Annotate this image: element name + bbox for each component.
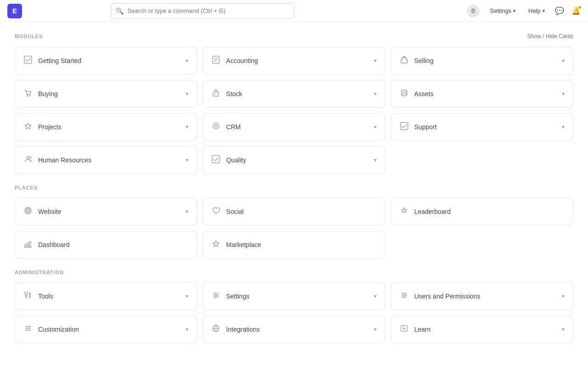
social-icon bbox=[211, 207, 220, 217]
users-permissions-chevron: ▾ bbox=[562, 293, 565, 299]
modules-row-1: Getting Started ▾ Accounting ▾ bbox=[15, 47, 573, 75]
svg-point-36 bbox=[215, 293, 216, 294]
stock-chevron: ▾ bbox=[374, 91, 377, 97]
card-assets[interactable]: Assets ▾ bbox=[391, 80, 573, 108]
support-label: Support bbox=[414, 123, 437, 131]
projects-chevron: ▾ bbox=[186, 124, 188, 130]
human-resources-chevron: ▾ bbox=[186, 157, 188, 163]
card-support[interactable]: Support ▾ bbox=[391, 113, 573, 141]
card-buying[interactable]: Buying ▾ bbox=[15, 80, 197, 108]
dashboard-icon bbox=[23, 240, 33, 250]
card-tools[interactable]: Tools ▾ bbox=[15, 282, 197, 310]
card-integrations[interactable]: Integrations ▾ bbox=[203, 316, 385, 343]
show-hide-cards-link[interactable]: Show / Hide Cards bbox=[527, 33, 573, 40]
svg-point-15 bbox=[29, 156, 31, 158]
support-chevron: ▾ bbox=[562, 124, 565, 130]
settings-chevron: ▾ bbox=[374, 293, 377, 299]
logo-button[interactable]: E bbox=[7, 4, 22, 18]
integrations-label: Integrations bbox=[226, 326, 260, 333]
leaderboard-label: Leaderboard bbox=[414, 208, 451, 215]
marketplace-label: Marketplace bbox=[226, 241, 261, 248]
administration-section-label: ADMINISTRATION bbox=[15, 270, 573, 275]
svg-point-42 bbox=[402, 293, 404, 294]
card-human-resources[interactable]: Human Resources ▾ bbox=[15, 146, 197, 174]
selling-chevron: ▾ bbox=[562, 58, 565, 64]
search-bar: 🔍 bbox=[111, 3, 294, 19]
projects-label: Projects bbox=[38, 123, 62, 131]
modules-row-3: Projects ▾ CRM ▾ Support bbox=[15, 113, 573, 141]
selling-label: Selling bbox=[414, 57, 434, 64]
users-permissions-icon bbox=[400, 291, 409, 302]
crm-label: CRM bbox=[226, 123, 241, 131]
card-quality[interactable]: Quality ▾ bbox=[203, 146, 385, 174]
card-users-permissions[interactable]: Users and Permissions ▾ bbox=[391, 282, 573, 310]
svg-point-6 bbox=[29, 95, 30, 96]
assets-icon bbox=[400, 89, 409, 99]
learn-label: Learn bbox=[414, 326, 431, 333]
card-marketplace[interactable]: Marketplace bbox=[203, 231, 385, 259]
modules-section-label: MODULES Show / Hide Cards bbox=[15, 33, 573, 40]
learn-icon bbox=[400, 324, 409, 335]
card-leaderboard[interactable]: Leaderboard bbox=[391, 198, 573, 225]
modules-section: MODULES Show / Hide Cards Getting Starte… bbox=[15, 33, 573, 174]
search-icon: 🔍 bbox=[116, 7, 124, 15]
svg-marker-54 bbox=[403, 327, 406, 329]
svg-rect-21 bbox=[25, 244, 26, 247]
administration-row-1: Tools ▾ Settings ▾ Users and P bbox=[15, 282, 573, 310]
card-projects[interactable]: Projects ▾ bbox=[15, 113, 197, 141]
getting-started-label: Getting Started bbox=[38, 57, 81, 64]
card-selling[interactable]: Selling ▾ bbox=[391, 47, 573, 75]
card-website[interactable]: Website ▾ bbox=[15, 198, 197, 225]
card-dashboard[interactable]: Dashboard bbox=[15, 231, 197, 259]
administration-section: ADMINISTRATION Tools ▾ Settings bbox=[15, 270, 573, 343]
svg-point-5 bbox=[27, 95, 28, 96]
accounting-label: Accounting bbox=[226, 57, 258, 64]
card-customization[interactable]: Customization ▾ bbox=[15, 316, 197, 343]
social-label: Social bbox=[226, 208, 243, 215]
svg-point-37 bbox=[216, 294, 218, 296]
main-content: MODULES Show / Hide Cards Getting Starte… bbox=[0, 22, 588, 360]
svg-point-50 bbox=[29, 329, 30, 331]
notifications-button[interactable]: 🔔 bbox=[571, 6, 581, 15]
selling-icon bbox=[400, 56, 409, 66]
accounting-icon bbox=[211, 56, 220, 66]
crm-icon bbox=[211, 122, 220, 132]
chat-button[interactable]: 💬 bbox=[555, 6, 564, 15]
card-settings[interactable]: Settings ▾ bbox=[203, 282, 385, 310]
help-label: Help bbox=[528, 7, 541, 14]
card-crm[interactable]: CRM ▾ bbox=[203, 113, 385, 141]
svg-point-43 bbox=[404, 294, 406, 296]
svg-rect-23 bbox=[29, 242, 31, 247]
stock-label: Stock bbox=[226, 90, 242, 98]
card-stock[interactable]: Stock ▾ bbox=[203, 80, 385, 108]
assets-chevron: ▾ bbox=[562, 91, 565, 97]
modules-row-2: Buying ▾ Stock ▾ Assets bbox=[15, 80, 573, 108]
card-learn[interactable]: Learn ▾ bbox=[391, 316, 573, 343]
settings-button[interactable]: Settings ▾ bbox=[487, 6, 518, 16]
getting-started-icon bbox=[23, 56, 33, 66]
avatar-button[interactable]: D bbox=[467, 5, 480, 17]
search-input[interactable] bbox=[127, 7, 286, 14]
customization-chevron: ▾ bbox=[186, 326, 188, 333]
customization-icon bbox=[23, 324, 33, 335]
card-social[interactable]: Social bbox=[203, 198, 385, 225]
leaderboard-icon bbox=[400, 207, 409, 217]
notification-dot bbox=[578, 6, 582, 9]
website-label: Website bbox=[38, 208, 61, 215]
places-section-label: PLACES bbox=[15, 185, 573, 190]
places-section: PLACES Website ▾ Social bbox=[15, 185, 573, 259]
support-icon bbox=[400, 122, 409, 132]
customization-label: Customization bbox=[38, 326, 79, 333]
projects-icon bbox=[23, 122, 33, 132]
help-button[interactable]: Help ▾ bbox=[526, 6, 548, 16]
settings-label: Settings bbox=[490, 7, 511, 14]
card-accounting[interactable]: Accounting ▾ bbox=[203, 47, 385, 75]
quality-chevron: ▾ bbox=[374, 157, 377, 163]
svg-point-12 bbox=[216, 126, 217, 126]
integrations-icon bbox=[211, 324, 220, 335]
card-getting-started[interactable]: Getting Started ▾ bbox=[15, 47, 197, 75]
dashboard-label: Dashboard bbox=[38, 241, 70, 248]
header-right: D Settings ▾ Help ▾ 💬 🔔 bbox=[467, 5, 581, 17]
settings-label: Settings bbox=[226, 293, 249, 300]
modules-row-4: Human Resources ▾ Quality ▾ bbox=[15, 146, 573, 174]
